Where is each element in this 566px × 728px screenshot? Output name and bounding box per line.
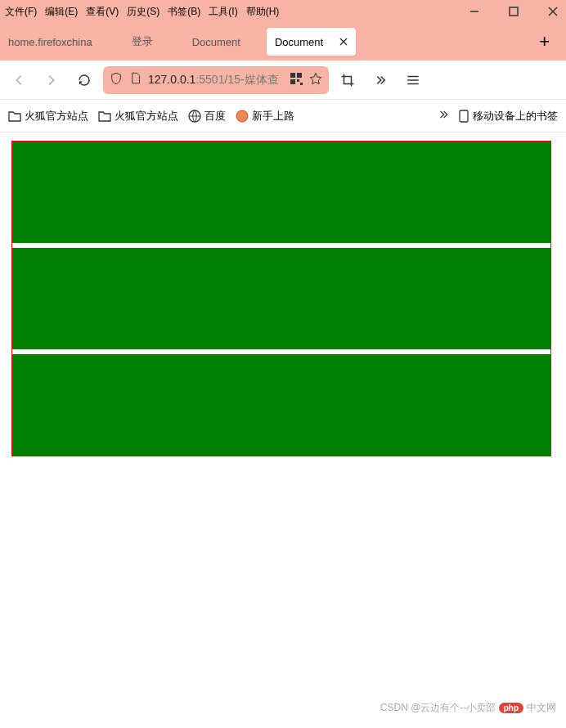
window-minimize-button[interactable] <box>465 2 484 21</box>
bookmark-folder-2[interactable]: 火狐官方站点 <box>98 109 178 124</box>
bookmark-folder-1[interactable]: 火狐官方站点 <box>8 109 88 124</box>
menu-edit[interactable]: 编辑(E) <box>45 5 78 19</box>
page-content <box>0 133 566 465</box>
menu-tools[interactable]: 工具(I) <box>209 5 237 19</box>
back-button[interactable] <box>5 66 33 94</box>
bookmark-getting-started[interactable]: 新手上路 <box>236 109 294 124</box>
tab-3[interactable]: Document <box>192 36 240 48</box>
tab-1[interactable]: home.firefoxchina <box>8 36 92 48</box>
menu-view[interactable]: 查看(V) <box>86 5 119 19</box>
svg-rect-8 <box>290 79 295 84</box>
watermark: CSDN @云边有个--小卖部 php中文网 <box>380 701 556 715</box>
tab-2[interactable]: 登录 <box>132 34 153 49</box>
menu-file[interactable]: 文件(F) <box>5 5 37 19</box>
green-box-1 <box>12 142 550 243</box>
green-box-3 <box>12 354 550 456</box>
menu-bookmarks[interactable]: 书签(B) <box>168 5 200 19</box>
forward-button[interactable] <box>38 66 65 94</box>
reload-button[interactable] <box>70 66 98 94</box>
bookmark-overflow-icon[interactable] <box>437 108 450 124</box>
green-box-2 <box>12 248 550 349</box>
page-icon <box>129 72 142 88</box>
svg-rect-13 <box>460 110 468 122</box>
svg-rect-9 <box>297 79 299 82</box>
svg-rect-10 <box>300 83 303 85</box>
menu-history[interactable]: 历史(S) <box>127 5 159 19</box>
svg-rect-1 <box>510 7 518 16</box>
url-bar[interactable]: 127.0.0.1:5501/15-媒体查 <box>103 66 329 94</box>
bookmark-baidu[interactable]: 百度 <box>188 109 226 124</box>
bookmarks-toolbar: 火狐官方站点 火狐官方站点 百度 新手上路 移动设备上的书签 <box>0 100 566 133</box>
tab-close-button[interactable] <box>339 36 348 48</box>
nav-toolbar: 127.0.0.1:5501/15-媒体查 <box>0 61 566 100</box>
tab-active[interactable]: Document <box>267 28 356 56</box>
overflow-icon[interactable] <box>366 66 394 94</box>
hamburger-icon[interactable] <box>399 66 427 94</box>
star-icon[interactable] <box>309 72 322 88</box>
url-text: 127.0.0.1:5501/15-媒体查 <box>148 73 279 88</box>
tab-active-label: Document <box>275 36 323 48</box>
menu-bar: 文件(F) 编辑(E) 查看(V) 历史(S) 书签(B) 工具(I) 帮助(H… <box>0 0 566 23</box>
demo-container <box>11 141 551 456</box>
window-close-button[interactable] <box>543 2 563 21</box>
menu-help[interactable]: 帮助(H) <box>246 5 280 19</box>
crop-icon[interactable] <box>334 66 362 94</box>
svg-point-12 <box>236 110 248 122</box>
qr-icon[interactable] <box>290 72 303 88</box>
window-maximize-button[interactable] <box>504 2 523 21</box>
tab-bar: home.firefoxchina 登录 Document Document + <box>0 23 566 61</box>
new-tab-button[interactable]: + <box>539 31 550 52</box>
shield-icon[interactable] <box>110 72 123 88</box>
svg-rect-6 <box>290 73 295 78</box>
mobile-bookmarks[interactable]: 移动设备上的书签 <box>458 109 558 124</box>
svg-rect-7 <box>297 73 302 78</box>
